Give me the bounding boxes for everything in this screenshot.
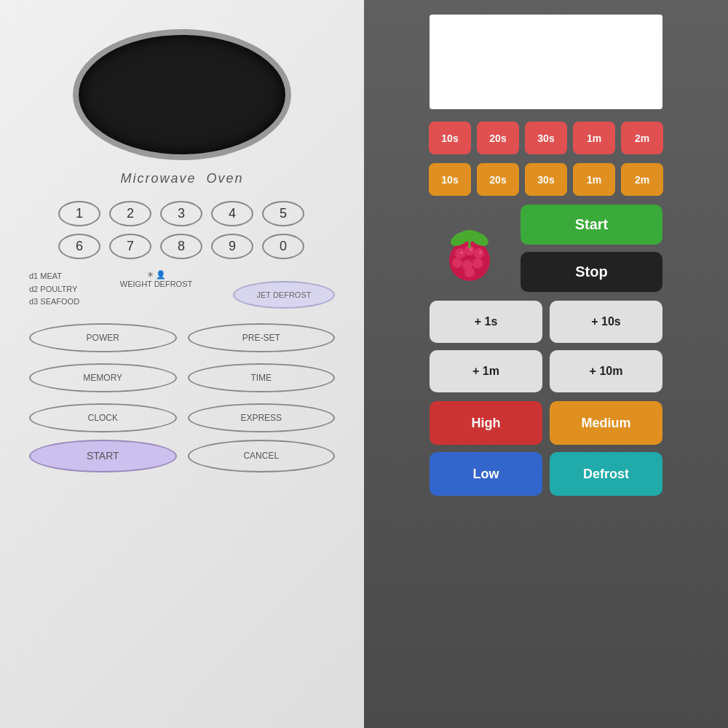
main-controls: Start Stop (430, 205, 662, 292)
svg-point-4 (452, 258, 462, 268)
medium-power-button[interactable]: Medium (550, 401, 662, 445)
red-2m-button[interactable]: 2m (621, 122, 663, 154)
weight-defrost-label: ✳ 👤 WEIGHT DEFROST (120, 270, 192, 288)
jet-defrost-button[interactable]: JET DEFROST (233, 281, 335, 309)
svg-point-8 (460, 251, 463, 254)
raspberry-pi-logo (430, 208, 510, 288)
num-btn-7[interactable]: 7 (109, 234, 151, 259)
svg-point-9 (470, 248, 472, 251)
num-btn-8[interactable]: 8 (160, 234, 202, 259)
svg-point-10 (479, 251, 482, 254)
num-btn-2[interactable]: 2 (109, 201, 151, 226)
svg-point-6 (472, 258, 483, 269)
num-btn-0[interactable]: 0 (262, 234, 304, 259)
num-btn-9[interactable]: 9 (211, 234, 253, 259)
preset-button[interactable]: PRE-SET (188, 323, 336, 352)
middle-buttons: POWER PRE-SET MEMORY TIME CLOCK EXPRESS (15, 323, 349, 432)
time-button[interactable]: TIME (188, 363, 336, 392)
express-button[interactable]: EXPRESS (188, 403, 336, 432)
high-power-button[interactable]: High (430, 401, 542, 445)
red-10s-button[interactable]: 10s (429, 122, 471, 154)
low-power-button[interactable]: Low (430, 452, 542, 496)
bottom-row: START CANCEL (15, 440, 349, 472)
power-button[interactable]: POWER (29, 323, 177, 352)
num-btn-1[interactable]: 1 (58, 201, 100, 226)
svg-point-1 (455, 248, 465, 258)
add-10s-button[interactable]: + 10s (550, 301, 662, 343)
add-1s-button[interactable]: + 1s (430, 301, 542, 343)
defrost-labels: d1 MEAT d2 POULTRY d3 SEAFOOD (29, 270, 79, 309)
orange-time-row: 10s 20s 30s 1m 2m (429, 163, 663, 196)
orange-30s-button[interactable]: 30s (525, 163, 567, 196)
clock-button[interactable]: CLOCK (29, 403, 177, 432)
stop-button[interactable]: Stop (521, 252, 662, 292)
num-btn-5[interactable]: 5 (262, 201, 304, 226)
old-cancel-button[interactable]: CANCEL (188, 440, 336, 472)
svg-point-7 (464, 267, 475, 277)
red-20s-button[interactable]: 20s (477, 122, 519, 154)
left-panel: Microwave Oven 1 2 3 4 5 6 7 8 9 0 d1 ME… (0, 0, 364, 728)
old-start-button[interactable]: START (29, 440, 177, 472)
microwave-window (73, 29, 291, 160)
num-btn-4[interactable]: 4 (211, 201, 253, 226)
red-1m-button[interactable]: 1m (573, 122, 615, 154)
increment-grid: + 1s + 10s + 1m + 10m (430, 301, 662, 392)
defrost-section: d1 MEAT d2 POULTRY d3 SEAFOOD ✳ 👤 WEIGHT… (15, 270, 349, 309)
orange-2m-button[interactable]: 2m (621, 163, 663, 196)
svg-point-3 (474, 248, 484, 258)
brand-text: Microwave Oven (120, 171, 243, 186)
add-10m-button[interactable]: + 10m (550, 350, 662, 392)
right-panel: 10s 20s 30s 1m 2m 10s 20s 30s 1m 2m (364, 0, 728, 728)
defrost-button[interactable]: Defrost (550, 452, 662, 496)
red-time-row: 10s 20s 30s 1m 2m (429, 122, 663, 154)
orange-10s-button[interactable]: 10s (429, 163, 471, 196)
add-1m-button[interactable]: + 1m (430, 350, 542, 392)
start-stop-column: Start Stop (521, 205, 662, 292)
num-btn-3[interactable]: 3 (160, 201, 202, 226)
number-grid: 1 2 3 4 5 6 7 8 9 0 (58, 201, 306, 259)
display-screen (430, 15, 662, 109)
orange-1m-button[interactable]: 1m (573, 163, 615, 196)
memory-button[interactable]: MEMORY (29, 363, 177, 392)
num-btn-6[interactable]: 6 (58, 234, 100, 259)
power-grid: High Medium Low Defrost (430, 401, 662, 496)
start-button[interactable]: Start (521, 205, 662, 245)
orange-20s-button[interactable]: 20s (477, 163, 519, 196)
red-30s-button[interactable]: 30s (525, 122, 567, 154)
